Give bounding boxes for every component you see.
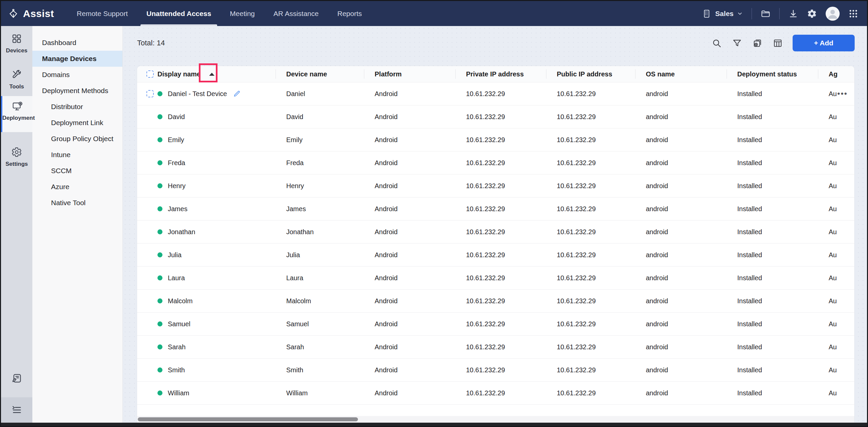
private-ip-cell: 10.61.232.29 [455, 320, 546, 328]
deployment-status-cell: Installed [726, 366, 818, 374]
table-row[interactable]: Daniel - Test Device Daniel Android 10.6… [137, 82, 854, 105]
columns-icon[interactable] [773, 38, 783, 48]
platform-cell: Android [364, 136, 455, 144]
nav-item-reports[interactable]: Reports [328, 1, 371, 26]
sidebar-item-domains[interactable]: Domains [32, 67, 122, 83]
rail-item-deployment[interactable]: Deployment [1, 96, 32, 132]
table-row[interactable]: Freda Freda Android 10.61.232.29 10.61.2… [137, 151, 854, 175]
column-header-display-name[interactable]: Display name [137, 66, 276, 82]
collapse-sidebar-button[interactable] [1, 397, 32, 423]
table-row[interactable]: Sarah Sarah Android 10.61.232.29 10.61.2… [137, 336, 854, 359]
department-selector[interactable]: Sales [702, 9, 743, 19]
download-icon[interactable] [788, 9, 798, 19]
display-name-text: James [168, 205, 187, 213]
display-name-text: Daniel - Test Device [168, 90, 227, 98]
online-status-dot [157, 138, 162, 143]
display-name-text: Samuel [168, 320, 190, 328]
agent-cell: Au [818, 182, 854, 190]
public-ip-cell: 10.61.232.29 [546, 274, 635, 282]
column-header-platform[interactable]: Platform [364, 66, 455, 82]
deployment-monitor-icon [12, 101, 23, 112]
table-row[interactable]: Emily Emily Android 10.61.232.29 10.61.2… [137, 128, 854, 151]
table-row[interactable]: Samuel Samuel Android 10.61.232.29 10.61… [137, 312, 854, 336]
feedback-button[interactable] [1, 373, 32, 385]
table-header-row: Display name Device name Platform Privat… [137, 66, 854, 82]
sidebar-child-item[interactable]: Intune [32, 147, 122, 163]
table-row[interactable]: Julia Julia Android 10.61.232.29 10.61.2… [137, 244, 854, 267]
sidebar-item-dashboard[interactable]: Dashboard [32, 35, 122, 51]
table-row[interactable]: Jonathan Jonathan Android 10.61.232.29 1… [137, 220, 854, 244]
bulk-deployment-icon[interactable] [752, 38, 762, 48]
deployment-status-cell: Installed [726, 389, 818, 397]
row-menu-icon[interactable]: ••• [837, 89, 848, 98]
nav-item-meeting[interactable]: Meeting [220, 1, 264, 26]
sidebar-child-item[interactable]: Distributor [32, 99, 122, 115]
folder-icon[interactable] [761, 9, 771, 19]
display-name-text: Emily [168, 136, 184, 144]
apps-grid-icon[interactable] [848, 9, 858, 19]
table-row[interactable]: Henry Henry Android 10.61.232.29 10.61.2… [137, 175, 854, 197]
sidebar-child-item[interactable]: SCCM [32, 163, 122, 179]
sidebar-item-deployment-methods[interactable]: Deployment Methods [32, 83, 122, 99]
settings-gear-icon [11, 147, 22, 157]
device-name-cell: William [276, 389, 364, 397]
table-row[interactable]: William William Android 10.61.232.29 10.… [137, 382, 854, 405]
deployment-status-cell: Installed [726, 136, 818, 144]
column-header-os-name[interactable]: OS name [635, 66, 726, 82]
platform-cell: Android [364, 274, 455, 282]
agent-cell: Au [818, 136, 854, 144]
table-row[interactable]: Laura Laura Android 10.61.232.29 10.61.2… [137, 267, 854, 289]
column-header-deployment-status[interactable]: Deployment status [726, 66, 818, 82]
secondary-sidebar: Dashboard Manage Devices Domains Deploym… [32, 26, 123, 423]
settings-gear-icon[interactable] [807, 9, 817, 19]
display-name-cell: Smith [137, 359, 276, 381]
sidebar-child-item[interactable]: Group Policy Object [32, 131, 122, 147]
online-status-dot [157, 299, 162, 304]
column-header-public-ip[interactable]: Public IP address [546, 66, 635, 82]
content-area: Total: 14 [123, 26, 867, 423]
display-name-cell: Jonathan [137, 220, 276, 243]
platform-cell: Android [364, 366, 455, 374]
private-ip-cell: 10.61.232.29 [455, 343, 546, 351]
platform-cell: Android [364, 389, 455, 397]
online-status-dot [157, 252, 162, 257]
rail-item-tools[interactable]: Tools [1, 65, 32, 94]
horizontal-scrollbar[interactable] [137, 416, 854, 423]
column-header-private-ip[interactable]: Private IP address [455, 66, 546, 82]
total-count: Total: 14 [137, 39, 165, 48]
rail-item-devices[interactable]: Devices [1, 29, 32, 58]
table-row[interactable]: James James Android 10.61.232.29 10.61.2… [137, 197, 854, 220]
sidebar-item-manage-devices[interactable]: Manage Devices [32, 51, 122, 67]
sidebar-child-item[interactable]: Azure [32, 179, 122, 195]
row-checkbox[interactable] [147, 90, 154, 97]
column-header-device-name[interactable]: Device name [276, 66, 364, 82]
table-row[interactable]: Malcolm Malcolm Android 10.61.232.29 10.… [137, 289, 854, 312]
display-name-cell: William [137, 382, 276, 404]
nav-item-ar-assistance[interactable]: AR Assistance [264, 1, 328, 26]
private-ip-cell: 10.61.232.29 [455, 90, 546, 98]
add-device-button[interactable]: + Add [793, 35, 855, 51]
column-header-agent[interactable]: Ag [818, 66, 854, 82]
agent-cell: Au [818, 205, 854, 213]
deployment-status-cell: Installed [726, 90, 818, 98]
edit-icon[interactable] [233, 90, 241, 98]
filter-icon[interactable] [732, 38, 742, 48]
select-all-checkbox[interactable] [147, 70, 154, 78]
sidebar-child-item[interactable]: Native Tool [32, 195, 122, 211]
horizontal-scrollbar-thumb[interactable] [138, 417, 358, 421]
sidebar-child-item[interactable]: Deployment Link [32, 115, 122, 131]
os-name-cell: android [635, 389, 726, 397]
brand[interactable]: Assist [1, 1, 67, 26]
agent-cell: Au [818, 228, 854, 236]
agent-cell: Au [818, 251, 854, 259]
search-icon[interactable] [712, 38, 721, 48]
table-row[interactable]: David David Android 10.61.232.29 10.61.2… [137, 105, 854, 128]
rail-item-settings[interactable]: Settings [1, 142, 32, 172]
sort-ascending-indicator[interactable] [209, 73, 215, 76]
table-row[interactable]: Smith Smith Android 10.61.232.29 10.61.2… [137, 359, 854, 382]
nav-item-unattended-access[interactable]: Unattended Access [137, 1, 220, 26]
avatar[interactable] [826, 7, 840, 21]
device-name-cell: Samuel [276, 320, 364, 328]
os-name-cell: android [635, 182, 726, 190]
nav-item-remote-support[interactable]: Remote Support [67, 1, 137, 26]
